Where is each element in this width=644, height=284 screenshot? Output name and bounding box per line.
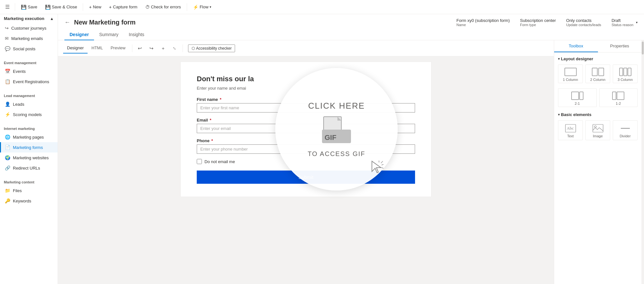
save-close-button[interactable]: 💾 Save & Close [42, 3, 80, 12]
right-tab-properties[interactable]: Properties [598, 40, 642, 52]
tab-designer-label: Designer [70, 32, 89, 37]
basic-elements-header[interactable]: ▾ Basic elements [558, 112, 638, 117]
1-2-label: 1-2 [616, 102, 621, 105]
basic-divider[interactable]: Divider [613, 120, 638, 140]
content-area: ← New Marketing form Form xy0 (subscript… [58, 14, 644, 284]
meta-status[interactable]: Draft Status reason ▾ [611, 18, 638, 27]
svg-point-21 [594, 126, 596, 128]
2col-icon [592, 67, 604, 76]
marketing-execution-label: Marketing execution [4, 16, 44, 21]
tab-insights[interactable]: Insights [124, 29, 149, 40]
subtab-html[interactable]: HTML [88, 43, 107, 54]
svg-rect-9 [592, 68, 597, 76]
layout-grid-2col: 2-1 1-2 [558, 88, 638, 107]
tab-designer[interactable]: Designer [64, 29, 94, 40]
redo-button[interactable]: ↪ [147, 43, 157, 54]
sidebar-item-event-registrations[interactable]: 📋 Event Registrations [0, 76, 58, 87]
basic-collapse-icon: ▾ [558, 113, 560, 116]
sidebar-item-social-posts[interactable]: 💬 Social posts [0, 44, 58, 54]
tab-summary[interactable]: Summary [94, 29, 124, 40]
sidebar-item-events[interactable]: 📅 Events [0, 66, 58, 76]
sidebar-item-keywords[interactable]: 🔑 Keywords [0, 196, 58, 206]
add-element-button[interactable]: + [158, 43, 168, 54]
layout-designer-header[interactable]: ▾ Layout designer [558, 56, 638, 61]
sidebar-item-marketing-pages[interactable]: 🌐 Marketing pages [0, 132, 58, 142]
layout-2col[interactable]: 2 Column [585, 64, 610, 83]
basic-section-label: Basic elements [561, 112, 592, 117]
basic-text[interactable]: Abc Text [558, 120, 583, 140]
do-not-email-checkbox[interactable] [197, 159, 202, 164]
save-close-icon: 💾 [45, 5, 51, 10]
gif-click-text: CLICK HERE [308, 101, 365, 111]
update-label: Update contacts/leads [566, 23, 601, 27]
sidebar-label: Events [13, 69, 26, 74]
sidebar-item-redirect-urls[interactable]: 🔗 Redirect URLs [0, 163, 58, 173]
sidebar-item-leads[interactable]: 👤 Leads [0, 99, 58, 109]
redo-icon: ↪ [149, 45, 154, 51]
subtab-preview[interactable]: Preview [107, 43, 129, 54]
event-management-header: Event management [0, 56, 58, 66]
layout-1-2[interactable]: 1-2 [599, 88, 638, 107]
layout-2-1[interactable]: 2-1 [558, 88, 597, 107]
divider-icon [620, 124, 631, 133]
sidebar-item-marketing-websites[interactable]: 🌍 Marketing websites [0, 152, 58, 163]
sidebar-item-marketing-forms[interactable]: 📄 Marketing forms [0, 142, 58, 152]
sidebar-label: Marketing emails [11, 36, 43, 41]
hamburger-button[interactable]: ☰ [3, 2, 12, 12]
scrollbar-thumb [642, 42, 644, 54]
fullscreen-icon: ↔ [171, 44, 178, 52]
capture-icon: + [109, 5, 112, 10]
layout-1col[interactable]: 1 Column [558, 64, 583, 83]
svg-rect-12 [624, 68, 627, 76]
undo-button[interactable]: ↩ [135, 43, 145, 54]
form-canvas-wrapper[interactable]: Don't miss our la Enter your name and em… [58, 56, 554, 284]
sidebar-label: Redirect URLs [13, 166, 40, 171]
fullscreen-button[interactable]: ↔ [170, 43, 180, 54]
sidebar-item-files[interactable]: 📁 Files [0, 185, 58, 196]
new-button[interactable]: + New [86, 3, 104, 12]
subtab-designer[interactable]: Designer [63, 43, 88, 54]
back-button[interactable]: ← [64, 19, 70, 26]
right-panel-scrollbar[interactable] [641, 40, 644, 284]
accessibility-icon: ⬡ [192, 46, 195, 51]
save-button[interactable]: 💾 Save [18, 3, 41, 12]
sidebar-item-marketing-emails[interactable]: ✉ Marketing emails [0, 33, 58, 44]
form-canvas: Don't miss our la Enter your name and em… [180, 62, 431, 197]
toolbar-divider-1 [15, 3, 15, 11]
top-toolbar: ☰ 💾 Save 💾 Save & Close + New + Capture … [0, 0, 644, 14]
gif-overlay[interactable]: CLICK HERE GIF TO ACCESS GIF [275, 68, 398, 191]
sidebar-label: Files [13, 188, 22, 193]
sidebar-item-customer-journeys[interactable]: ↪ Customer journeys [0, 23, 58, 33]
sidebar-label: Keywords [13, 199, 31, 203]
flow-button[interactable]: ⚡ Flow ▾ [190, 3, 214, 12]
check-errors-button[interactable]: ⏱ Check for errors [142, 3, 184, 12]
basic-image[interactable]: Image [585, 120, 610, 140]
capture-form-button[interactable]: + Capture form [106, 3, 141, 12]
layout-grid: 1 Column 2 Column [558, 64, 638, 83]
status-value: Draft [611, 18, 633, 23]
accessibility-checker-button[interactable]: ⬡ Accessibility checker [188, 44, 235, 52]
svg-rect-15 [580, 92, 583, 100]
firstname-required: * [220, 97, 221, 102]
collapse-icon: ▲ [50, 16, 54, 21]
right-tab-toolbox[interactable]: Toolbox [554, 40, 598, 52]
svg-line-5 [382, 164, 384, 165]
phone-required: * [211, 138, 213, 143]
form-type-label: Form type [520, 23, 556, 27]
right-panel: Toolbox Properties ▾ Layout designer [554, 40, 644, 284]
text-label: Text [567, 134, 573, 138]
sidebar-section-marketing-execution[interactable]: Marketing execution ▲ [0, 14, 58, 23]
svg-rect-10 [599, 68, 604, 76]
sidebar-label: Marketing forms [13, 145, 43, 150]
page-tabs: Designer Summary Insights [64, 29, 638, 40]
1col-icon [564, 67, 577, 76]
2-1-label: 2-1 [575, 102, 580, 105]
page-header-top: ← New Marketing form Form xy0 (subscript… [64, 18, 638, 27]
sidebar-item-scoring-models[interactable]: ⚡ Scoring models [0, 109, 58, 120]
sidebar-label: Leads [13, 102, 24, 107]
svg-rect-13 [628, 68, 631, 76]
layout-3col[interactable]: 3 Column [613, 64, 638, 83]
designer-main: Designer HTML Preview ↩ ↪ [58, 40, 554, 284]
layout-section-label: Layout designer [561, 56, 593, 61]
text-icon: Abc [565, 124, 576, 133]
